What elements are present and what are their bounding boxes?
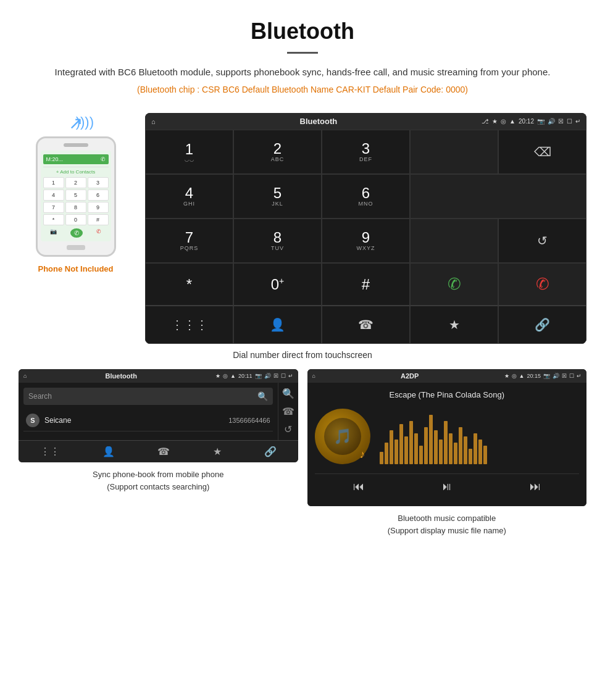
music-caption-line1: Bluetooth music compatible — [388, 512, 506, 525]
page-title: Bluetooth — [37, 19, 568, 44]
phone-key-3[interactable]: 3 — [88, 177, 109, 188]
key-4[interactable]: 4 GHI — [145, 174, 233, 219]
music-home-icon[interactable]: ⌂ — [312, 373, 315, 379]
pb-back-icon[interactable]: ↵ — [288, 373, 293, 379]
key-9[interactable]: 9 WXYZ — [322, 219, 410, 263]
phone-home-button[interactable] — [67, 245, 85, 250]
nav-contacts[interactable]: 👤 — [233, 306, 322, 344]
key-2[interactable]: 2 ABC — [233, 130, 322, 174]
bluetooth-icon-area: ↗ )))) — [69, 113, 83, 133]
next-icon[interactable]: ⏭ — [530, 480, 541, 493]
phonebook-search[interactable]: Search 🔍 — [23, 388, 273, 405]
phone-key-8[interactable]: 8 — [65, 202, 86, 213]
nav-bt-icon[interactable]: ★ — [213, 446, 222, 457]
bt-music-icon: 🎵 — [333, 428, 352, 445]
play-pause-icon[interactable]: ⏯ — [441, 480, 453, 493]
music-panel-content: Escape (The Pina Colada Song) 🎵 ♪ — [307, 383, 587, 506]
back-icon[interactable]: ↵ — [575, 118, 580, 125]
phonebook-caption-line1: Sync phone-book from mobile phone — [93, 469, 223, 481]
dial-screen: ⌂ Bluetooth ⎇ ★ ◎ ▲ 20:12 📷 🔊 ☒ ☐ ↵ 1 ◡◡ — [145, 113, 586, 344]
phonebook-list: Search 🔍 S Seicane 13566664466 — [19, 383, 278, 440]
phonebook-app-title: Bluetooth — [106, 372, 137, 380]
key-5[interactable]: 5 JKL — [233, 174, 322, 219]
nav-handset-icon[interactable]: ☎ — [157, 446, 170, 457]
phonebook-panel: ⌂ Bluetooth ★ ◎ ▲ 20:11 📷 🔊 ☒ ☐ ↵ — [19, 369, 298, 536]
phone-key-9[interactable]: 9 — [88, 202, 109, 213]
bluetooth-specs: (Bluetooth chip : CSR BC6 Default Blueto… — [37, 85, 568, 94]
side-call-icon[interactable]: ☎ — [282, 406, 294, 417]
music-win-icon[interactable]: ☐ — [569, 373, 574, 379]
nav-bluetooth[interactable]: ★ — [410, 306, 498, 344]
pb-camera-icon[interactable]: 📷 — [255, 373, 262, 379]
nav-chain-icon[interactable]: 🔗 — [264, 446, 277, 457]
close-icon[interactable]: ☒ — [558, 118, 564, 125]
phone-not-included-label: Phone Not Included — [38, 264, 113, 273]
page-description: Integrated with BC6 Bluetooth module, su… — [37, 65, 568, 80]
nav-keypad[interactable]: ⋮⋮⋮ — [145, 306, 233, 344]
pb-signal-icon: ▲ — [230, 373, 236, 379]
key-8[interactable]: 8 TUV — [233, 219, 322, 263]
music-bt-icon: ★ — [504, 373, 509, 379]
key-backspace[interactable]: ⌫ — [498, 130, 586, 174]
music-statusbar: ⌂ A2DP ★ ◎ ▲ 20:15 📷 🔊 ☒ ☐ ↵ — [307, 369, 587, 383]
prev-icon[interactable]: ⏮ — [353, 480, 364, 493]
pb-win-icon[interactable]: ☐ — [281, 373, 286, 379]
music-back-icon[interactable]: ↵ — [577, 373, 582, 379]
pb-vol-icon[interactable]: 🔊 — [264, 373, 271, 379]
music-time: 20:15 — [527, 373, 541, 379]
home-icon[interactable]: ⌂ — [151, 118, 156, 125]
music-camera-icon[interactable]: 📷 — [543, 373, 550, 379]
phone-key-7[interactable]: 7 — [43, 202, 64, 213]
phone-key-star[interactable]: * — [43, 214, 64, 225]
music-bar-right: ★ ◎ ▲ 20:15 📷 🔊 ☒ ☐ ↵ — [504, 373, 582, 379]
key-6[interactable]: 6 MNO — [322, 174, 410, 219]
music-controls: ⏮ ⏯ ⏭ — [315, 473, 580, 493]
key-star[interactable]: * — [145, 263, 233, 306]
music-vol-icon[interactable]: 🔊 — [553, 373, 559, 379]
phonebook-home-icon[interactable]: ⌂ — [23, 373, 27, 379]
window-icon[interactable]: ☐ — [567, 118, 572, 125]
volume-icon[interactable]: 🔊 — [548, 118, 555, 125]
key-3[interactable]: 3 DEF — [322, 130, 410, 174]
key-7[interactable]: 7 PQRS — [145, 219, 233, 263]
music-app-title: A2DP — [401, 372, 419, 380]
phone-key-1[interactable]: 1 — [43, 177, 64, 188]
key-1[interactable]: 1 ◡◡ — [145, 130, 233, 174]
phonebook-inner: Search 🔍 S Seicane 13566664466 🔍 ☎ ↺ — [19, 383, 298, 440]
key-hash[interactable]: # — [322, 263, 410, 306]
nav-person-icon[interactable]: 👤 — [102, 446, 115, 457]
empty-cell-1 — [410, 219, 498, 263]
side-refresh-icon[interactable]: ↺ — [284, 423, 292, 435]
usb-icon: ⎇ — [482, 118, 489, 125]
dial-time: 20:12 — [519, 118, 534, 125]
music-screen: ⌂ A2DP ★ ◎ ▲ 20:15 📷 🔊 ☒ ☐ ↵ Escape (The… — [307, 369, 587, 506]
pb-close-icon[interactable]: ☒ — [273, 373, 278, 379]
phonebook-statusbar: ⌂ Bluetooth ★ ◎ ▲ 20:11 📷 🔊 ☒ ☐ ↵ — [19, 369, 298, 383]
phone-key-6[interactable]: 6 — [88, 190, 109, 201]
phone-key-hash[interactable]: # — [88, 214, 109, 225]
phone-key-5[interactable]: 5 — [65, 190, 86, 201]
side-search-icon[interactable]: 🔍 — [282, 388, 294, 399]
key-0[interactable]: 0+ — [233, 263, 322, 306]
nav-grid-icon[interactable]: ⋮⋮ — [40, 446, 60, 457]
call-button[interactable]: ✆ — [70, 228, 83, 238]
dial-app-title: Bluetooth — [300, 117, 338, 126]
phone-screen-header: M:20... ✆ — [43, 154, 109, 164]
key-call[interactable]: ✆ — [410, 263, 498, 306]
nav-link[interactable]: 🔗 — [498, 306, 586, 344]
contact-row[interactable]: S Seicane 13566664466 — [23, 410, 273, 431]
camera-btn-icon[interactable]: 📷 — [537, 118, 544, 125]
search-icon[interactable]: 🔍 — [257, 391, 268, 401]
nav-phone[interactable]: ☎ — [322, 306, 410, 344]
key-refresh[interactable]: ↺ — [498, 219, 586, 263]
key-end-call[interactable]: ✆ — [498, 263, 586, 306]
contact-phone: 13566664466 — [228, 417, 270, 424]
phone-key-2[interactable]: 2 — [65, 177, 86, 188]
phonebook-content: Search 🔍 S Seicane 13566664466 — [19, 383, 278, 436]
phone-key-4[interactable]: 4 — [43, 190, 64, 201]
phone-key-0[interactable]: 0 — [65, 214, 86, 225]
phone-speaker — [64, 143, 88, 147]
album-art-inner: 🎵 — [324, 418, 361, 455]
main-content: ↗ )))) M:20... ✆ + Add to Contacts 1 2 3… — [0, 101, 605, 350]
music-close-icon[interactable]: ☒ — [562, 373, 567, 379]
